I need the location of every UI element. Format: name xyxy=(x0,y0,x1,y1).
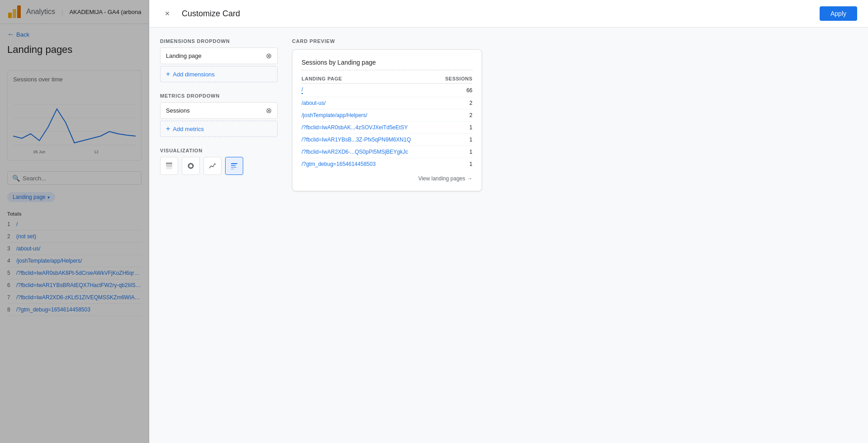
card-row-sessions: 1 xyxy=(469,137,472,143)
preview-panel: CARD PREVIEW Sessions by Landing page LA… xyxy=(292,38,857,432)
card-row-url[interactable]: /joshTemplate/app/Helpers/ xyxy=(302,112,367,118)
svg-rect-18 xyxy=(231,169,234,170)
card-row-sessions: 1 xyxy=(469,149,472,155)
bar-viz-icon xyxy=(231,162,238,170)
dimensions-section: DIMENSIONS DROPDOWN Landing page ⊗ + Add… xyxy=(160,38,278,82)
dimensions-dropdown[interactable]: Landing page ⊗ xyxy=(160,47,278,64)
card-row-url[interactable]: /?gtm_debug=1654614458503 xyxy=(302,161,376,167)
donut-viz-icon xyxy=(187,162,194,170)
viz-options xyxy=(160,157,278,175)
add-dimensions-label: Add dimensions xyxy=(173,71,215,78)
svg-rect-16 xyxy=(231,165,236,166)
metrics-dropdown[interactable]: Sessions ⊗ xyxy=(160,102,278,119)
svg-rect-11 xyxy=(166,166,172,167)
card-table-row: /?gtm_debug=1654614458503 1 xyxy=(302,158,472,170)
viz-line-button[interactable] xyxy=(203,157,222,175)
card-table-rows: / 66 /about-us/ 2 /joshTemplate/app/Help… xyxy=(302,84,472,170)
card-row-sessions: 2 xyxy=(469,100,472,106)
card-row-sessions: 1 xyxy=(469,124,472,131)
card-row-url[interactable]: /?fbclid=IwAR0sbAK...4zSOVJXeiTd5eEtSY xyxy=(302,124,408,131)
line-viz-icon xyxy=(209,162,216,170)
apply-button[interactable]: Apply xyxy=(820,6,857,21)
dimensions-value: Landing page xyxy=(166,52,202,59)
card-preview-title: Sessions by Landing page xyxy=(302,59,472,71)
card-preview-widget: Sessions by Landing page LANDING PAGE SE… xyxy=(292,49,482,191)
svg-rect-10 xyxy=(166,165,172,165)
col-header-metric: SESSIONS xyxy=(445,76,472,81)
modal-body: DIMENSIONS DROPDOWN Landing page ⊗ + Add… xyxy=(149,28,868,443)
view-link-arrow-icon: → xyxy=(467,175,472,182)
svg-point-14 xyxy=(190,165,192,167)
card-table-header: LANDING PAGE SESSIONS xyxy=(302,72,472,84)
add-dimensions-plus-icon: + xyxy=(166,70,170,78)
view-link-label: View landing pages xyxy=(418,175,465,182)
close-button[interactable]: × xyxy=(160,6,175,21)
svg-rect-12 xyxy=(166,168,172,169)
add-metrics-button[interactable]: + Add metrics xyxy=(160,121,278,137)
card-row-url[interactable]: /about-us/ xyxy=(302,100,326,106)
svg-rect-17 xyxy=(231,167,236,168)
metrics-value: Sessions xyxy=(166,107,190,114)
visualization-section: VISUALIZATION xyxy=(160,148,278,175)
card-table-row: /?fbclid=IwAR2XD6-...QS0pPI5MSjBEYgkJc 1 xyxy=(302,146,472,158)
modal-title: Customize Card xyxy=(182,9,240,19)
card-row-sessions: 2 xyxy=(469,112,472,118)
col-header-dimension: LANDING PAGE xyxy=(302,76,342,81)
card-row-url[interactable]: /?fbclid=IwAR1YBsB...3Z-Pfx5qPN9M6XN1Q xyxy=(302,137,411,143)
svg-rect-9 xyxy=(166,163,172,164)
card-row-url[interactable]: /?fbclid=IwAR2XD6-...QS0pPI5MSjBEYgkJc xyxy=(302,149,408,155)
svg-rect-15 xyxy=(231,163,237,164)
visualization-section-label: VISUALIZATION xyxy=(160,148,278,153)
view-landing-pages-link[interactable]: View landing pages → xyxy=(418,175,472,182)
metrics-section-label: METRICS DROPDOWN xyxy=(160,93,278,99)
view-link-row: View landing pages → xyxy=(302,170,472,182)
card-row-url[interactable]: / xyxy=(302,86,303,94)
add-metrics-label: Add metrics xyxy=(173,126,204,132)
card-table-row: /?fbclid=IwAR1YBsB...3Z-Pfx5qPN9M6XN1Q 1 xyxy=(302,134,472,146)
card-table-row: / 66 xyxy=(302,84,472,97)
metrics-clear-icon[interactable]: ⊗ xyxy=(266,106,272,115)
card-table-row: /joshTemplate/app/Helpers/ 2 xyxy=(302,109,472,122)
dimensions-clear-icon[interactable]: ⊗ xyxy=(266,52,272,60)
modal-header: × Customize Card Apply xyxy=(149,0,868,28)
modal-title-area: × Customize Card xyxy=(160,6,240,21)
add-metrics-plus-icon: + xyxy=(166,125,170,133)
dimensions-section-label: DIMENSIONS DROPDOWN xyxy=(160,38,278,44)
preview-section-label: CARD PREVIEW xyxy=(292,38,857,44)
add-dimensions-button[interactable]: + Add dimensions xyxy=(160,66,278,82)
viz-donut-button[interactable] xyxy=(182,157,200,175)
table-viz-icon xyxy=(165,162,173,170)
close-icon: × xyxy=(165,9,170,19)
card-row-sessions: 1 xyxy=(469,161,472,167)
metrics-section: METRICS DROPDOWN Sessions ⊗ + Add metric… xyxy=(160,93,278,137)
card-row-sessions: 66 xyxy=(467,87,472,94)
customize-card-modal: × Customize Card Apply DIMENSIONS DROPDO… xyxy=(149,0,868,443)
card-preview-table: LANDING PAGE SESSIONS / 66 /about-us/ 2 … xyxy=(302,72,472,170)
viz-bar-button[interactable] xyxy=(225,157,243,175)
config-panel: DIMENSIONS DROPDOWN Landing page ⊗ + Add… xyxy=(160,38,278,432)
card-table-row: /?fbclid=IwAR0sbAK...4zSOVJXeiTd5eEtSY 1 xyxy=(302,122,472,134)
card-table-row: /about-us/ 2 xyxy=(302,97,472,109)
viz-table-button[interactable] xyxy=(160,157,178,175)
